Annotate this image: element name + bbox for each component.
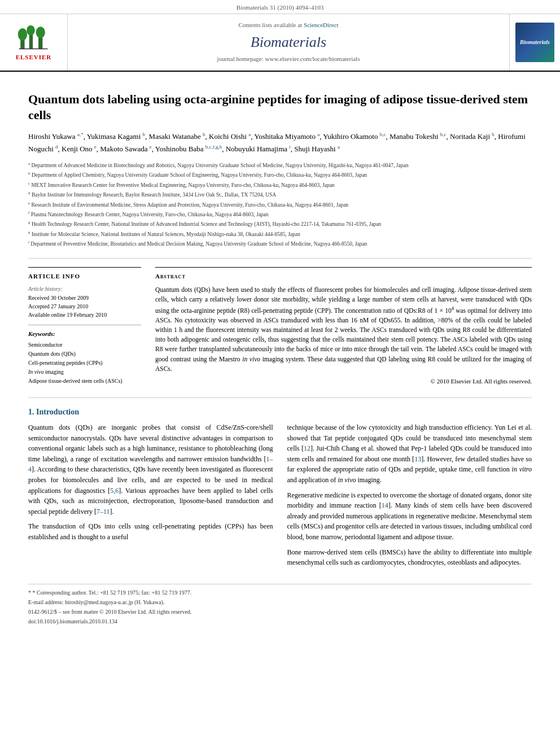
keyword-3: Cell-penetrating peptides (CPPs) [28, 359, 141, 367]
affiliation-e: e Research Institute of Environmental Me… [28, 200, 532, 209]
article-dates: Received 30 October 2009 Accepted 27 Jan… [28, 294, 141, 319]
introduction-columns: Quantum dots (QDs) are inorganic probes … [28, 422, 532, 573]
elsevier-logo: ELSEVIER [16, 23, 52, 62]
footnote-corresponding: * * Corresponding author. Tel.: +81 52 7… [28, 589, 532, 597]
intro-para-1: Quantum dots (QDs) are inorganic probes … [28, 422, 273, 517]
available-date: Available online 19 February 2010 [28, 311, 141, 319]
keyword-1: Semiconductor [28, 341, 141, 349]
authors-line: Hiroshi Yukawa a,*, Yukimasa Kagami b, M… [28, 130, 532, 155]
page-wrapper: Biomaterials 31 (2010) 4094–4103 ELSEVIE… [0, 0, 560, 639]
article-info-box: ARTICLE INFO Article history: Received 3… [28, 267, 141, 386]
elsevier-text: ELSEVIER [16, 53, 52, 62]
keywords-section: Keywords: Semiconductor Quantum dots (QD… [28, 325, 141, 385]
svg-point-1 [18, 28, 27, 41]
footer-section: * * Corresponding author. Tel.: +81 52 7… [28, 584, 532, 626]
footnote-email: E-mail address: hiroshiy@med.nagoya-u.ac… [28, 599, 532, 606]
abstract-column: Abstract Quantum dots (QDs) have been us… [155, 267, 532, 387]
affiliation-h: h Institute for Molecular Science, Natio… [28, 230, 532, 238]
biomaterials-badge: Biomaterials [515, 23, 554, 62]
abstract-section: Abstract Quantum dots (QDs) have been us… [155, 267, 532, 386]
article-info-title: ARTICLE INFO [28, 272, 141, 281]
article-info-column: ARTICLE INFO Article history: Received 3… [28, 267, 141, 387]
svg-point-5 [36, 27, 45, 38]
journal-header-left: ELSEVIER [0, 14, 68, 70]
affiliation-f: f Plasma Nanotechnology Research Center,… [28, 210, 532, 219]
affiliation-c: c MEXT Innovative Research Center for Pr… [28, 181, 532, 189]
footnote-star-marker: * [28, 589, 33, 596]
received-date: Received 30 October 2009 [28, 294, 141, 302]
journal-header-right: Biomaterials [509, 14, 560, 70]
article-title: Quantum dots labeling using octa-arginin… [28, 91, 532, 124]
intro-col-left: Quantum dots (QDs) are inorganic probes … [28, 422, 273, 573]
journal-title: Biomaterials [251, 32, 326, 53]
main-content: Quantum dots labeling using octa-arginin… [0, 72, 560, 639]
citation-text: Biomaterials 31 (2010) 4094–4103 [237, 4, 323, 11]
footnote-doi: doi:10.1016/j.biomaterials.2010.01.134 [28, 618, 532, 626]
section-divider [28, 397, 532, 398]
accepted-date: Accepted 27 January 2010 [28, 303, 141, 311]
keywords-label: Keywords: [28, 330, 141, 338]
footnote-email-value: hiroshiy@med.nagoya-u.ac.jp (H. Yukawa). [65, 599, 164, 605]
affiliation-g: g Health Technology Research Center, Nat… [28, 220, 532, 228]
section-number: 1. Introduction [28, 408, 79, 416]
sciencedirect-line: Contents lists available at ScienceDirec… [238, 21, 338, 29]
abstract-title: Abstract [155, 272, 532, 281]
svg-rect-2 [29, 34, 33, 49]
introduction-heading: 1. Introduction [28, 407, 532, 418]
citation-bar: Biomaterials 31 (2010) 4094–4103 [0, 0, 560, 14]
intro-para-2: The transduction of QDs into cells using… [28, 521, 273, 542]
journal-homepage: journal homepage: www.elsevier.com/locat… [217, 55, 360, 63]
affiliation-i: i Department of Preventive Medicine, Bio… [28, 239, 532, 248]
abstract-copyright: © 2010 Elsevier Ltd. All rights reserved… [155, 377, 532, 386]
abstract-text: Quantum dots (QDs) have been used to stu… [155, 285, 532, 374]
footnote-issn: 0142-9612/$ – see front matter © 2010 El… [28, 608, 532, 616]
keyword-5: Adipose tissue-derived stem cells (ASCs) [28, 377, 141, 385]
affiliation-b: b Department of Applied Chemistry, Nagoy… [28, 171, 532, 179]
intro-para-3: technique because of the low cytotoxicit… [287, 422, 532, 486]
affiliation-a: a Department of Advanced Medicine in Bio… [28, 161, 532, 169]
history-label: Article history: [28, 285, 141, 293]
journal-header-center: Contents lists available at ScienceDirec… [68, 14, 509, 70]
footnote-email-label: E-mail address: [28, 599, 63, 605]
intro-para-4: Regenerative medicine is expected to ove… [287, 490, 532, 543]
affiliations-section: a Department of Advanced Medicine in Bio… [28, 161, 532, 259]
svg-point-3 [27, 25, 36, 35]
keyword-2: Quantum dots (QDs) [28, 350, 141, 358]
keyword-4: In vivo imaging [28, 368, 141, 376]
introduction-section: 1. Introduction Quantum dots (QDs) are i… [28, 407, 532, 572]
svg-rect-4 [39, 36, 43, 49]
info-abstract-columns: ARTICLE INFO Article history: Received 3… [28, 267, 532, 387]
intro-col-right: technique because of the low cytotoxicit… [287, 422, 532, 573]
intro-para-5: Bone marrow-derived stem cells (BMSCs) h… [287, 547, 532, 568]
sciencedirect-link[interactable]: ScienceDirect [304, 21, 339, 28]
elsevier-tree-icon [16, 23, 50, 51]
journal-header: ELSEVIER Contents lists available at Sci… [0, 14, 560, 71]
affiliation-d: d Baylor Institute for Immunology Resear… [28, 190, 532, 199]
